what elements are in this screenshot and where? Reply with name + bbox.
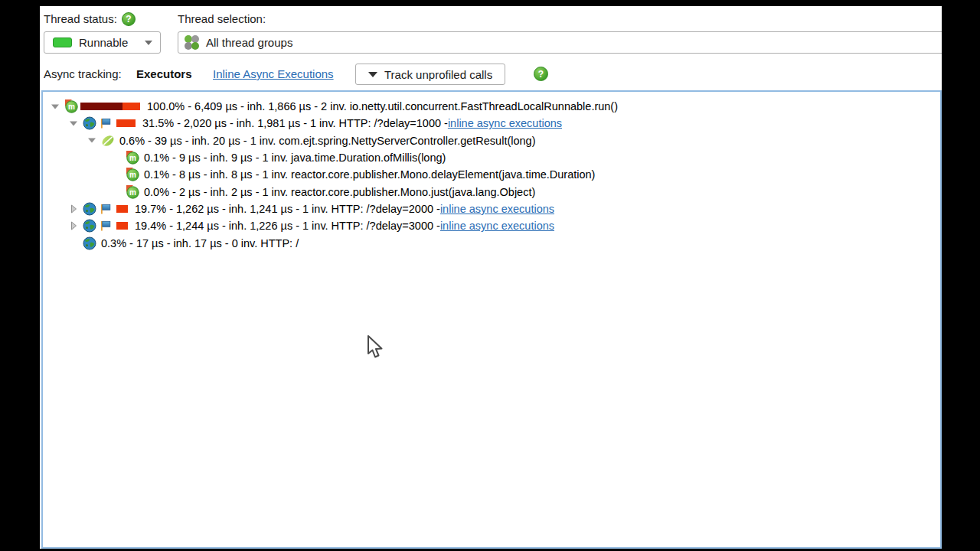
method-icon: m [126, 185, 139, 199]
tree-row-text: 0.1% - 9 µs - inh. 9 µs - 1 inv. java.ti… [144, 152, 446, 164]
call-tree-rows: m100.0% - 6,409 µs - inh. 1,866 µs - 2 i… [43, 92, 940, 252]
time-bar [116, 119, 136, 127]
request-flag-icon [99, 220, 111, 232]
mouse-cursor-icon [366, 334, 386, 360]
time-bar [116, 205, 128, 213]
inline-async-executions-link[interactable]: Inline Async Executions [213, 67, 334, 80]
async-tracking-label: Async tracking: [44, 67, 122, 80]
thread-status-dropdown[interactable]: Runnable [44, 31, 161, 54]
tree-row-text: 0.1% - 8 µs - inh. 8 µs - 1 inv. reactor… [144, 168, 595, 181]
tree-row[interactable]: m0.1% - 8 µs - inh. 8 µs - 1 inv. reacto… [43, 166, 940, 183]
track-unprofiled-calls-button[interactable]: Track unprofiled calls [355, 64, 505, 85]
spring-bean-leaf-icon [101, 134, 115, 148]
tree-row-text: 19.4% - 1,244 µs - inh. 1,226 µs - 1 inv… [135, 220, 440, 232]
method-icon: m [126, 151, 139, 165]
tree-row[interactable]: 19.7% - 1,262 µs - inh. 1,241 µs - 1 inv… [43, 201, 940, 217]
async-tracking-toolbar: Async tracking: Executors Inline Async E… [44, 64, 886, 85]
expander-collapsed-icon[interactable] [68, 221, 79, 230]
tree-row[interactable]: 19.4% - 1,244 µs - inh. 1,226 µs - 1 inv… [43, 217, 940, 234]
help-icon[interactable]: ? [122, 12, 136, 26]
profiler-window: Thread status: ? Thread selection: Runna… [40, 6, 942, 549]
request-flag-icon [99, 203, 111, 215]
tree-row[interactable]: m100.0% - 6,409 µs - inh. 1,866 µs - 2 i… [43, 98, 940, 115]
async-tracking-mode: Executors [136, 67, 192, 80]
letterboxed-stage: Thread status: ? Thread selection: Runna… [0, 0, 980, 551]
chevron-down-icon [368, 72, 377, 77]
tree-row[interactable]: m0.1% - 9 µs - inh. 9 µs - 1 inv. java.t… [43, 149, 940, 166]
svg-text:m: m [68, 103, 75, 111]
svg-text:m: m [129, 171, 136, 180]
thread-status-label: Thread status: [44, 12, 117, 25]
time-bar [80, 103, 140, 110]
expander-expanded-icon[interactable] [50, 103, 60, 110]
inline-async-executions-link[interactable]: inline async executions [440, 203, 554, 215]
tree-row-text: 0.0% - 2 µs - inh. 2 µs - 1 inv. reactor… [144, 186, 535, 198]
tree-row-text: 0.6% - 39 µs - inh. 20 µs - 1 inv. com.e… [119, 135, 536, 147]
track-unprofiled-calls-label: Track unprofiled calls [384, 68, 492, 81]
thread-selection-label: Thread selection: [178, 12, 266, 25]
chevron-down-icon [145, 41, 152, 45]
runnable-status-swatch-icon [53, 37, 72, 47]
thread-groups-icon [185, 35, 199, 50]
time-bar [116, 222, 128, 230]
tree-row[interactable]: 0.3% - 17 µs - inh. 17 µs - 0 inv. HTTP:… [43, 234, 940, 251]
tree-row-text: 100.0% - 6,409 µs - inh. 1,866 µs - 2 in… [147, 100, 618, 112]
expander-expanded-icon[interactable] [87, 137, 97, 144]
tree-row-text: 31.5% - 2,020 µs - inh. 1,981 µs - 1 inv… [142, 117, 448, 129]
http-globe-icon [83, 219, 96, 233]
expander-expanded-icon[interactable] [68, 120, 79, 127]
expander-collapsed-icon[interactable] [68, 204, 79, 214]
call-tree-panel[interactable]: m100.0% - 6,409 µs - inh. 1,866 µs - 2 i… [41, 90, 942, 549]
http-globe-icon [83, 236, 96, 250]
tree-row[interactable]: 0.6% - 39 µs - inh. 20 µs - 1 inv. com.e… [43, 132, 940, 149]
thread-selection-value: All thread groups [206, 36, 292, 49]
svg-text:m: m [129, 188, 136, 197]
request-flag-icon [99, 117, 111, 129]
method-icon: m [126, 168, 139, 181]
http-globe-icon [83, 116, 96, 130]
inline-async-executions-link[interactable]: inline async executions [448, 117, 562, 129]
tree-row[interactable]: m0.0% - 2 µs - inh. 2 µs - 1 inv. reacto… [43, 183, 940, 200]
tree-row-text: 19.7% - 1,262 µs - inh. 1,241 µs - 1 inv… [135, 203, 440, 215]
tree-row-text: 0.3% - 17 µs - inh. 17 µs - 0 inv. HTTP:… [101, 237, 299, 249]
help-icon[interactable]: ? [534, 67, 548, 81]
inline-async-executions-link[interactable]: inline async executions [440, 220, 554, 232]
method-icon: m [64, 99, 78, 113]
thread-status-value: Runnable [79, 36, 128, 49]
thread-selection-dropdown[interactable]: All thread groups [178, 31, 942, 54]
http-globe-icon [83, 202, 96, 216]
svg-text:m: m [129, 154, 136, 162]
tree-row[interactable]: 31.5% - 2,020 µs - inh. 1,981 µs - 1 inv… [43, 115, 940, 132]
